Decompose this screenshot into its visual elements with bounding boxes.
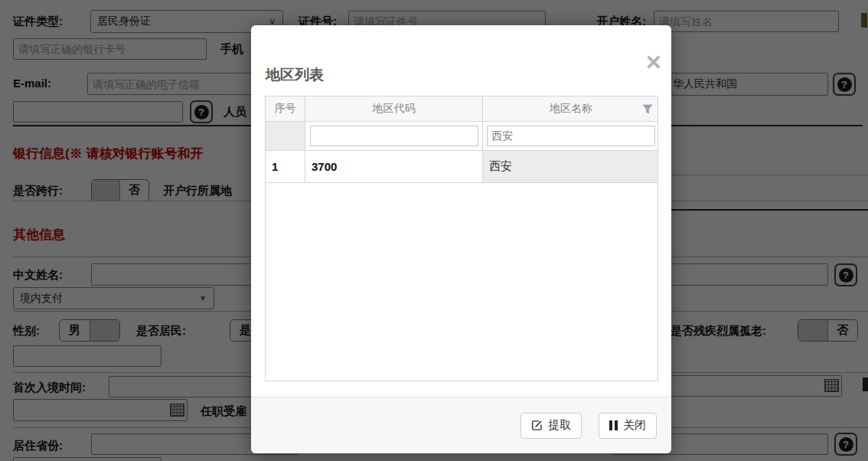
extract-button-label: 提取 <box>548 418 571 433</box>
dialog-title: 地区列表 <box>266 65 324 85</box>
extract-button[interactable]: 提取 <box>520 413 582 439</box>
screen: 证件类型: 居民身份证 ∨ 证件号: 开户姓名: 手机 E-mail: ? ? … <box>0 0 868 461</box>
filter-icon[interactable] <box>642 104 653 114</box>
col-header-code[interactable]: 地区代码 <box>305 96 483 121</box>
row-name: 西安 <box>483 151 659 182</box>
pencil-square-icon <box>531 420 543 431</box>
col-header-name[interactable]: 地区名称 <box>483 96 659 121</box>
dialog-footer: 提取 关闭 <box>251 397 671 453</box>
region-table: 序号 地区代码 地区名称 1 3700 西安 <box>265 96 658 381</box>
region-list-dialog: 地区列表 ✕ 序号 地区代码 地区名称 <box>251 25 671 453</box>
row-code: 3700 <box>305 151 483 182</box>
table-row[interactable]: 1 3700 西安 <box>266 151 658 183</box>
name-filter-input[interactable] <box>487 126 655 146</box>
close-icon[interactable]: ✕ <box>644 53 662 74</box>
close-button-label: 关闭 <box>623 418 646 433</box>
col-header-no[interactable]: 序号 <box>266 96 305 121</box>
pause-icon <box>609 420 618 430</box>
close-button[interactable]: 关闭 <box>599 413 657 439</box>
table-filter-row <box>266 122 658 151</box>
table-header-row: 序号 地区代码 地区名称 <box>266 96 658 122</box>
row-no: 1 <box>266 151 305 182</box>
filter-blank-cell <box>266 122 305 150</box>
code-filter-input[interactable] <box>310 126 478 146</box>
